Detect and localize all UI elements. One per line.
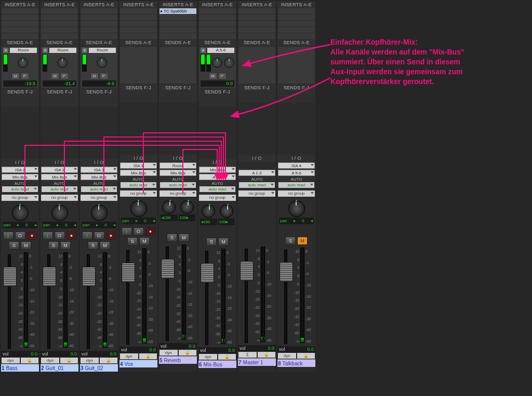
io-input[interactable]: ISA 3: [81, 167, 117, 173]
pan-knob[interactable]: [130, 200, 147, 217]
dyn-button[interactable]: dyn: [199, 354, 217, 360]
send-destination[interactable]: A 5-6: [207, 48, 234, 53]
io-output[interactable]: Mix-Bus: [2, 174, 38, 180]
sends-fj-area[interactable]: [238, 91, 276, 103]
lock-button[interactable]: 🔒: [100, 358, 118, 363]
mute-button[interactable]: M: [179, 234, 189, 242]
io-input[interactable]: ISA 4: [278, 162, 315, 169]
insert-slot[interactable]: [41, 21, 78, 26]
sends-fj-area[interactable]: [80, 95, 118, 107]
pan-knob[interactable]: [288, 200, 305, 217]
fader[interactable]: [160, 244, 174, 342]
send-level-knob[interactable]: [97, 58, 107, 68]
insert-slot[interactable]: [120, 33, 157, 39]
insert-slot[interactable]: [2, 33, 38, 39]
sends-fj-area[interactable]: [198, 95, 236, 107]
send-pre-toggle[interactable]: a: [3, 48, 8, 53]
dyn-button[interactable]: dyn: [81, 358, 99, 363]
lock-button[interactable]: 🔒: [297, 353, 315, 359]
insert-slot[interactable]: [159, 27, 196, 33]
lock-button[interactable]: 🔒: [218, 354, 236, 360]
insert-slot[interactable]: [2, 15, 38, 20]
track-name[interactable]: 2Guit_01: [41, 364, 78, 372]
io-input[interactable]: Room: [159, 162, 196, 169]
send-destination[interactable]: Room: [89, 48, 116, 53]
send-pre[interactable]: P: [100, 73, 108, 79]
group-selector[interactable]: no group: [159, 190, 196, 197]
solo-button[interactable]: S: [9, 241, 19, 250]
lock-button[interactable]: 🔒: [258, 352, 276, 358]
auto-mode-selector[interactable]: auto read: [2, 186, 38, 192]
send-pre-toggle[interactable]: a: [43, 48, 48, 53]
insert-slot[interactable]: [120, 8, 157, 14]
insert-slot[interactable]: [199, 21, 236, 26]
pan-knob-l[interactable]: [162, 200, 176, 214]
insert-slot[interactable]: [81, 33, 117, 39]
io-input[interactable]: ISA 3: [120, 162, 157, 169]
send-pre-toggle[interactable]: a: [201, 48, 206, 53]
track-name[interactable]: 4Vox: [119, 360, 157, 367]
send-mute[interactable]: M: [90, 73, 99, 79]
group-selector[interactable]: no group: [120, 190, 157, 197]
group-selector[interactable]: no group: [238, 190, 275, 197]
insert-slot[interactable]: [41, 33, 78, 39]
io-input[interactable]: Mix-Bus: [199, 167, 236, 173]
insert-slot[interactable]: [41, 15, 78, 20]
pan-knob[interactable]: [12, 204, 29, 221]
solo-button[interactable]: S: [48, 241, 59, 250]
solo-button[interactable]: S: [167, 234, 177, 242]
output-monitor-button[interactable]: O: [55, 231, 65, 240]
send-level-knob[interactable]: [212, 58, 222, 68]
insert-slot[interactable]: [238, 8, 275, 14]
send-block-empty[interactable]: [120, 47, 157, 84]
io-output[interactable]: A 1-2: [199, 174, 236, 180]
send-block-empty[interactable]: [238, 47, 275, 84]
dyn-button[interactable]: dyn: [2, 358, 20, 363]
input-monitor-button[interactable]: I: [122, 227, 132, 236]
track-name[interactable]: 1Bass: [1, 364, 39, 372]
output-monitor-button[interactable]: O: [94, 231, 104, 240]
group-selector[interactable]: no group: [81, 195, 117, 201]
fader[interactable]: [239, 247, 252, 344]
pan-knob[interactable]: [91, 204, 108, 221]
insert-slot[interactable]: [2, 21, 38, 26]
record-arm-button[interactable]: ●: [106, 231, 116, 240]
mute-button[interactable]: M: [218, 238, 229, 246]
dyn-button[interactable]: dyn: [278, 353, 296, 359]
mute-button[interactable]: M: [60, 241, 71, 250]
insert-slot[interactable]: [278, 15, 315, 20]
insert-slot[interactable]: [41, 8, 78, 14]
send-block-empty[interactable]: [278, 47, 315, 84]
track-name[interactable]: 5Reverb: [159, 356, 197, 364]
insert-slot[interactable]: [238, 15, 275, 20]
io-output[interactable]: A 1-2: [238, 170, 275, 176]
send-mute[interactable]: M: [209, 73, 217, 79]
sends-fj-area[interactable]: [277, 91, 315, 103]
solo-button[interactable]: S: [88, 241, 98, 250]
lock-button[interactable]: 🔒: [139, 353, 157, 359]
dyn-button[interactable]: dyn: [120, 353, 138, 359]
insert-slot[interactable]: [81, 15, 117, 20]
pan-knob-l[interactable]: [202, 204, 215, 218]
mute-button[interactable]: M: [297, 237, 308, 245]
auto-mode-selector[interactable]: auto read: [239, 182, 275, 188]
insert-slot[interactable]: [159, 15, 196, 20]
fader[interactable]: [2, 252, 16, 350]
lock-button[interactable]: 🔒: [60, 358, 78, 363]
fader[interactable]: [278, 248, 292, 345]
auto-mode-selector[interactable]: auto read: [81, 186, 117, 192]
send-level-knob[interactable]: [57, 58, 68, 68]
auto-mode-selector[interactable]: auto read: [278, 182, 314, 188]
send-mute[interactable]: M: [51, 73, 59, 79]
pan-knob-r[interactable]: [180, 200, 194, 214]
insert-slot[interactable]: [238, 21, 275, 26]
mute-button[interactable]: M: [100, 241, 110, 250]
insert-slot[interactable]: [278, 27, 315, 33]
insert-slot[interactable]: ▸ TC Sys6000: [159, 8, 196, 14]
group-selector[interactable]: no group: [278, 190, 315, 197]
sends-fj-area[interactable]: [159, 91, 197, 103]
record-arm-button[interactable]: ●: [145, 227, 156, 236]
insert-slot[interactable]: [2, 27, 38, 33]
insert-slot[interactable]: [199, 15, 236, 20]
group-selector[interactable]: no group: [41, 195, 78, 201]
